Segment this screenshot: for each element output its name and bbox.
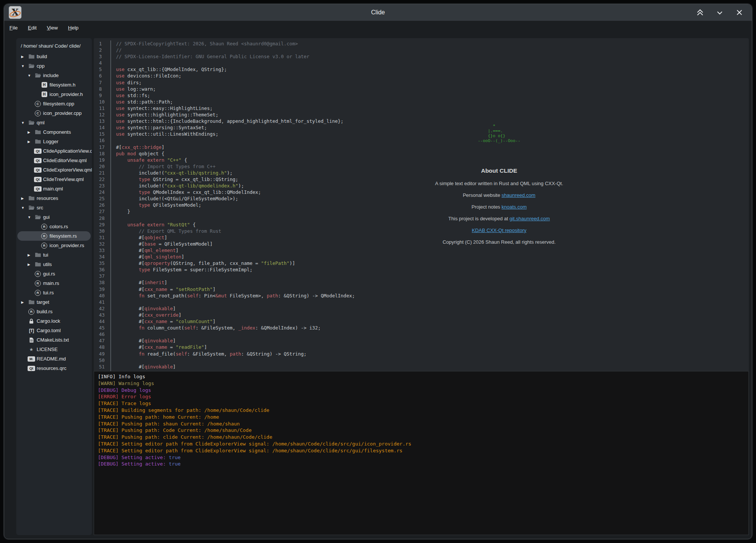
- tree-item-resources[interactable]: ▶resources: [17, 193, 91, 203]
- chevron-down-icon[interactable]: ▼: [21, 206, 27, 210]
- chevron-right-icon[interactable]: ▶: [28, 140, 34, 144]
- tree-item-gui.rs[interactable]: Rgui.rs: [17, 269, 91, 278]
- line-number: 38: [94, 279, 110, 286]
- tree-item-README.md[interactable]: M↓README.md: [17, 354, 91, 364]
- line-number: 28: [94, 215, 110, 221]
- keep-above-button[interactable]: [696, 8, 704, 17]
- tree-item-Cargo.lock[interactable]: Cargo.lock: [17, 316, 91, 326]
- chevron-down-icon[interactable]: ▼: [28, 74, 34, 77]
- log-console[interactable]: [INFO] Info logs[WARN] Warning logs[DEBU…: [94, 371, 749, 535]
- minimize-button[interactable]: [716, 8, 724, 17]
- code-editor[interactable]: 1// SPDX-FileCopyrightText: 2026, Shaun …: [94, 38, 749, 371]
- project-notes-link[interactable]: knoats.com: [502, 204, 527, 210]
- code-text: use syntect::parsing::SyntaxSet;: [110, 124, 207, 131]
- line-number: 2: [94, 47, 110, 53]
- tree-item-gui[interactable]: ▼gui: [17, 212, 91, 222]
- rust-file-icon: R: [41, 233, 47, 239]
- tree-item-label: CMakeLists.txt: [37, 337, 69, 343]
- menu-help[interactable]: Help: [68, 25, 79, 31]
- tree-item-qml[interactable]: ▼qml: [17, 118, 91, 127]
- tree-item-label: colors.rs: [49, 224, 68, 229]
- tree-item-build.rs[interactable]: Rbuild.rs: [17, 307, 91, 316]
- git-repo-link[interactable]: git.shaunreed.com: [509, 216, 550, 221]
- tree-item-include[interactable]: ▼include: [17, 71, 91, 80]
- folder-icon: [35, 130, 41, 135]
- tree-item-icon_provider.cpp[interactable]: Cicon_provider.cpp: [17, 108, 91, 118]
- menu-view[interactable]: View: [47, 25, 58, 31]
- tree-item-cpp[interactable]: ▼cpp: [17, 61, 91, 71]
- code-line: 4: [94, 60, 749, 66]
- rust-file-icon: R: [35, 271, 41, 277]
- line-number: 4: [94, 60, 110, 66]
- code-text: [110, 299, 116, 305]
- tree-item-tui.rs[interactable]: Rtui.rs: [17, 288, 91, 297]
- tree-item-CMakeLists.txt[interactable]: CMakeLists.txt: [17, 335, 91, 345]
- tree-item-src[interactable]: ▼src: [17, 203, 91, 212]
- chevron-right-icon[interactable]: ▶: [28, 263, 34, 266]
- code-line: 10use std::path::Path;: [94, 99, 749, 105]
- code-line: 9use std::fs;: [94, 92, 749, 99]
- close-icon: [735, 8, 744, 17]
- tree-item-build[interactable]: ▶build: [17, 52, 91, 61]
- tree-item-ClideEditorView.qml[interactable]: QtClideEditorView.qml: [17, 156, 91, 165]
- tree-item-label: Components: [43, 129, 71, 135]
- tree-item-icon_provider.rs[interactable]: Ricon_provider.rs: [17, 241, 91, 250]
- menu-edit[interactable]: Edit: [28, 25, 37, 31]
- code-text: fn read_file(self: &FileSystem, path: &Q…: [110, 351, 306, 357]
- tree-item-main.qml[interactable]: Qtmain.qml: [17, 184, 91, 193]
- qml-file-icon: Qt: [34, 149, 42, 154]
- tree-item-ClideExplorerView.qml[interactable]: QtClideExplorerView.qml: [17, 165, 91, 175]
- tree-item-ClideTreeView.qml[interactable]: QtClideTreeView.qml: [17, 175, 91, 184]
- code-text: [110, 60, 116, 66]
- about-notes-line: Project notes knoats.com: [408, 204, 590, 210]
- chevron-right-icon[interactable]: ▶: [28, 130, 34, 134]
- tree-item-Logger[interactable]: ▶Logger: [17, 137, 91, 146]
- window-controls: [696, 4, 744, 21]
- line-number: 12: [94, 111, 110, 118]
- line-number: 17: [94, 144, 110, 150]
- tree-item-filesystem.h[interactable]: Hfilesystem.h: [17, 80, 91, 90]
- tree-item-LICENSE[interactable]: ★LICENSE: [17, 345, 91, 354]
- chevron-right-icon[interactable]: ▶: [21, 300, 27, 304]
- tree-item-filesystem.cpp[interactable]: Cfilesystem.cpp: [17, 99, 91, 108]
- tree-item-tui[interactable]: ▶tui: [17, 250, 91, 260]
- code-text: type QString = cxx_qt_lib::QString;: [110, 176, 238, 183]
- code-text: #[cxx_name = "setRootPath"]: [110, 286, 215, 292]
- tree-item-label: include: [43, 73, 59, 78]
- line-number: 29: [94, 221, 110, 228]
- tree-item-utils[interactable]: ▶utils: [17, 260, 91, 269]
- tree-item-filesystem.rs[interactable]: Rfilesystem.rs: [17, 231, 91, 241]
- title-bar[interactable]: X Clide: [4, 4, 752, 21]
- code-text: type QFileSystemModel;: [110, 202, 201, 208]
- tree-item-Cargo.toml[interactable]: [T]Cargo.toml: [17, 326, 91, 335]
- tree-item-label: ClideEditorView.qml: [43, 158, 87, 163]
- tree-item-target[interactable]: ▶target: [17, 297, 91, 307]
- tree-item-icon_provider.h[interactable]: Hicon_provider.h: [17, 90, 91, 99]
- code-text: [110, 370, 116, 371]
- tree-item-ClideApplicationView.qml[interactable]: QtClideApplicationView.qml: [17, 146, 91, 156]
- menu-file[interactable]: File: [9, 25, 18, 31]
- chevron-right-icon[interactable]: ▶: [21, 55, 27, 59]
- notes-prefix: Project notes: [472, 204, 502, 210]
- kdab-repo-link[interactable]: KDAB CXX-Qt repository: [472, 227, 527, 233]
- about-dev-line: This project is developed at git.shaunre…: [408, 216, 590, 221]
- tree-item-label: qml: [37, 120, 45, 125]
- chevron-down-icon[interactable]: ▼: [28, 215, 34, 219]
- tree-item-main.rs[interactable]: Rmain.rs: [17, 278, 91, 288]
- tree-item-label: target: [37, 299, 49, 305]
- chevron-right-icon[interactable]: ▶: [28, 253, 34, 257]
- chevron-down-icon[interactable]: ▼: [21, 64, 27, 68]
- line-number: 20: [94, 163, 110, 170]
- code-text: include!(<QtGui/QFileSystemModel>);: [110, 195, 238, 202]
- file-tree-panel[interactable]: / home/ shaun/ Code/ clide/ ▶build▼cpp▼i…: [16, 38, 92, 535]
- line-number: 26: [94, 202, 110, 208]
- tree-item-resources.qrc[interactable]: Qtresources.qrc: [17, 364, 91, 373]
- close-button[interactable]: [735, 8, 744, 17]
- chevron-right-icon[interactable]: ▶: [21, 196, 27, 200]
- line-number: 8: [94, 86, 110, 92]
- tree-item-Components[interactable]: ▶Components: [17, 127, 91, 137]
- personal-website-link[interactable]: shaunreed.com: [502, 192, 536, 198]
- tree-item-label: ClideTreeView.qml: [43, 176, 84, 182]
- tree-item-colors.rs[interactable]: Rcolors.rs: [17, 222, 91, 231]
- chevron-down-icon[interactable]: ▼: [21, 121, 27, 125]
